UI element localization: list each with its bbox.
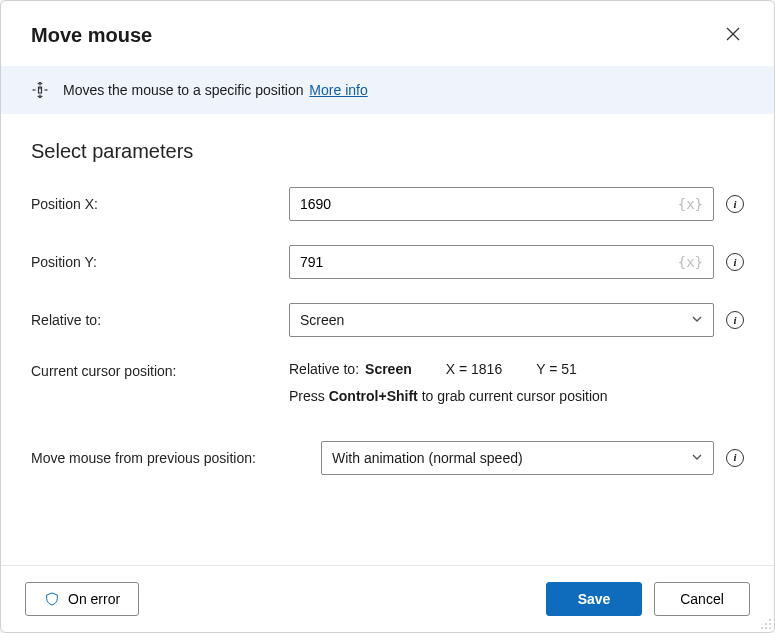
cursor-readout: Relative to: Screen X = 1816 Y = 51 <box>289 361 714 377</box>
move-mouse-icon <box>31 81 49 99</box>
variable-picker-icon[interactable]: {x} <box>678 254 703 270</box>
move-mode-select[interactable]: With animation (normal speed) <box>321 441 714 475</box>
dialog-header: Move mouse <box>1 1 774 66</box>
svg-point-3 <box>765 623 767 625</box>
chevron-down-icon <box>691 312 703 328</box>
svg-point-6 <box>765 627 767 629</box>
info-icon[interactable]: i <box>726 311 744 329</box>
relative-to-label: Relative to: <box>31 312 289 328</box>
relative-to-select[interactable]: Screen <box>289 303 714 337</box>
section-title: Select parameters <box>31 140 744 163</box>
shield-icon <box>44 591 60 607</box>
chevron-down-icon <box>691 450 703 466</box>
move-mode-row: Move mouse from previous position: With … <box>31 441 744 475</box>
variable-picker-icon[interactable]: {x} <box>678 196 703 212</box>
grab-cursor-hint: Press Control+Shift to grab current curs… <box>289 387 714 407</box>
more-info-link[interactable]: More info <box>309 82 367 98</box>
parameters-section: Select parameters Position X: {x} i Posi… <box>1 114 774 565</box>
relative-to-row: Relative to: Screen i <box>31 303 744 337</box>
info-icon[interactable]: i <box>726 253 744 271</box>
save-button[interactable]: Save <box>546 582 642 616</box>
position-x-label: Position X: <box>31 196 289 212</box>
banner-text: Moves the mouse to a specific position M… <box>63 82 368 98</box>
svg-point-2 <box>769 619 771 621</box>
position-x-input[interactable]: {x} <box>289 187 714 221</box>
info-icon[interactable]: i <box>726 195 744 213</box>
svg-point-4 <box>769 623 771 625</box>
dialog-title: Move mouse <box>31 24 152 47</box>
current-cursor-row: Current cursor position: Relative to: Sc… <box>31 361 744 407</box>
on-error-button[interactable]: On error <box>25 582 139 616</box>
cancel-button[interactable]: Cancel <box>654 582 750 616</box>
description-banner: Moves the mouse to a specific position M… <box>1 66 774 114</box>
info-icon[interactable]: i <box>726 449 744 467</box>
close-icon[interactable] <box>722 23 744 48</box>
position-y-input[interactable]: {x} <box>289 245 714 279</box>
svg-point-7 <box>769 627 771 629</box>
resize-handle-icon[interactable] <box>758 616 772 630</box>
current-cursor-label: Current cursor position: <box>31 361 289 379</box>
position-x-row: Position X: {x} i <box>31 187 744 221</box>
position-y-row: Position Y: {x} i <box>31 245 744 279</box>
svg-point-5 <box>761 627 763 629</box>
dialog-footer: On error Save Cancel <box>1 565 774 632</box>
position-y-label: Position Y: <box>31 254 289 270</box>
move-mode-label: Move mouse from previous position: <box>31 450 321 466</box>
move-mouse-dialog: Move mouse Moves the mouse to a specific… <box>0 0 775 633</box>
